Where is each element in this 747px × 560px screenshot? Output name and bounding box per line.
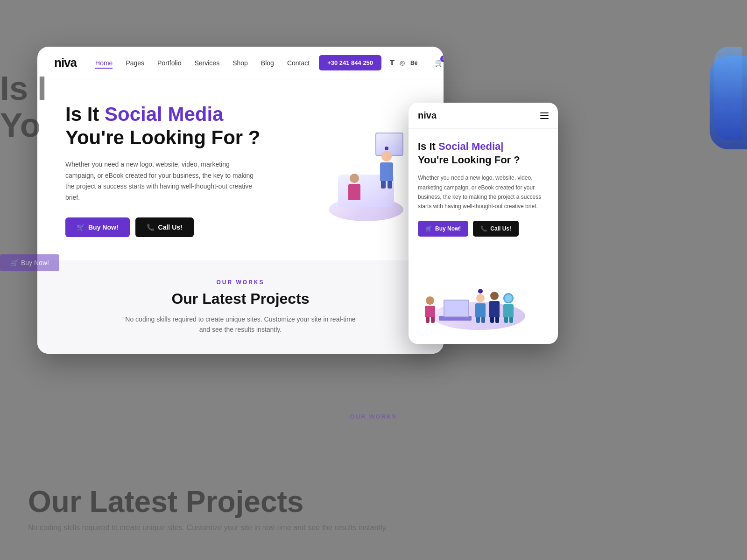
mobile-title-highlight: Social Media| xyxy=(438,140,503,152)
person1-leg-left xyxy=(381,181,386,189)
desktop-hero-section: Is It Social Media You're Looking For ? … xyxy=(37,79,444,260)
person2-head xyxy=(350,174,359,183)
nav-item-blog[interactable]: Blog xyxy=(261,59,274,67)
mp4-leg-l xyxy=(504,317,508,323)
mobile-title-part1: Is It xyxy=(418,140,438,152)
mobile-logo: niva xyxy=(418,110,437,121)
mobile-person1 xyxy=(425,296,435,323)
nav-link-contact[interactable]: Contact xyxy=(287,59,310,67)
hero-title-highlight: Social Media xyxy=(105,103,223,125)
call-us-button[interactable]: 📞 Call Us! xyxy=(135,217,194,237)
hero-title-part2: You're Looking For ? xyxy=(65,126,261,148)
person2 xyxy=(348,174,360,200)
bg-hero-title: Is I Yo xyxy=(0,70,47,144)
hero-buttons: 🛒 Buy Now! 📞 Call Us! xyxy=(65,217,315,237)
mp2-head xyxy=(476,294,485,302)
hero-content: Is It Social Media You're Looking For ? … xyxy=(65,103,315,237)
hero-title: Is It Social Media You're Looking For ? xyxy=(65,103,315,150)
nav-item-home[interactable]: Home xyxy=(95,59,113,67)
mobile-hero-title: Is It Social Media| You're Looking For ? xyxy=(418,140,549,167)
bg-bottom-section: Our Latest Projects No coding skills req… xyxy=(28,484,388,532)
mobile-iso-scene xyxy=(418,251,549,335)
mobile-desk xyxy=(439,300,472,321)
nav-link-shop[interactable]: Shop xyxy=(233,59,248,67)
nav-links-list: Home Pages Portfolio Services Shop Blog … xyxy=(95,59,310,67)
mobile-ham-line-2 xyxy=(540,115,549,116)
person1 xyxy=(380,147,393,189)
mp2-leg-l xyxy=(476,317,480,323)
mp1-body xyxy=(425,306,435,317)
mp4-legs xyxy=(504,317,513,323)
nav-link-home[interactable]: Home xyxy=(95,59,113,69)
hero-title-part1: Is It xyxy=(65,103,105,125)
twitter-icon[interactable]: 𝕋 xyxy=(390,59,394,66)
phone-button[interactable]: +30 241 844 250 xyxy=(319,55,381,70)
person1-head xyxy=(381,151,392,161)
mobile-title-part2: You're Looking For ? xyxy=(418,154,520,166)
behance-icon[interactable]: Bé xyxy=(410,60,417,66)
cart-button[interactable]: 🛒 0 xyxy=(435,58,444,67)
mobile-person2 xyxy=(475,289,486,323)
instagram-icon[interactable]: ◎ xyxy=(400,59,405,66)
mp2-hair xyxy=(478,289,483,294)
desktop-logo: niva xyxy=(54,56,77,70)
latest-projects-title: Our Latest Projects xyxy=(54,290,427,308)
nav-item-pages[interactable]: Pages xyxy=(126,59,144,67)
nav-link-blog[interactable]: Blog xyxy=(261,59,274,67)
nav-social-icons: 𝕋 ◎ Bé 🛒 0 xyxy=(390,58,444,68)
nav-link-services[interactable]: Services xyxy=(194,59,219,67)
mp4-head-hijab xyxy=(503,293,514,303)
person1-body xyxy=(380,162,393,181)
mp1-leg-l xyxy=(426,317,430,323)
buy-now-button[interactable]: 🛒 Buy Now! xyxy=(65,217,130,237)
globe-right xyxy=(714,47,742,140)
mobile-person4 xyxy=(503,293,514,323)
person1-leg-right xyxy=(388,181,392,189)
mp4-leg-r xyxy=(509,317,513,323)
mobile-hero-desc: Whether you need a new logo, website, vi… xyxy=(418,173,549,211)
our-works-section: OUR WORKS Our Latest Projects No coding … xyxy=(37,260,444,354)
mobile-hamburger-button[interactable] xyxy=(540,112,549,119)
mobile-ham-line-3 xyxy=(540,118,549,119)
nav-item-services[interactable]: Services xyxy=(194,59,219,67)
mp3-body xyxy=(489,301,500,317)
cart-icon: 🛒 xyxy=(10,259,18,266)
nav-item-shop[interactable]: Shop xyxy=(233,59,248,67)
mp3-head xyxy=(490,292,499,300)
nav-link-pages[interactable]: Pages xyxy=(126,59,144,67)
mp1-legs xyxy=(426,317,435,323)
our-works-label: OUR WORKS xyxy=(54,279,427,286)
mp2-leg-r xyxy=(481,317,485,323)
desktop-preview-card: niva Home Pages Portfolio Services Shop … xyxy=(37,47,444,354)
mobile-monitor xyxy=(444,300,469,317)
mobile-buy-button[interactable]: 🛒 Buy Now! xyxy=(418,221,468,237)
bg-our-works: OUR WORKS xyxy=(350,413,397,420)
cart-badge: 0 xyxy=(440,56,444,62)
mp1-leg-r xyxy=(431,317,435,323)
mobile-cart-icon: 🛒 xyxy=(425,225,432,232)
desktop-nav: niva Home Pages Portfolio Services Shop … xyxy=(37,47,444,79)
mobile-person3 xyxy=(489,292,500,323)
person2-body xyxy=(348,184,360,200)
nav-link-portfolio[interactable]: Portfolio xyxy=(157,59,181,67)
nav-item-portfolio[interactable]: Portfolio xyxy=(157,59,181,67)
bg-buy-button[interactable]: 🛒 Buy Now! xyxy=(0,254,59,271)
mp4-body xyxy=(503,304,514,317)
mobile-call-button[interactable]: 📞 Call Us! xyxy=(473,221,519,237)
mp3-leg-r xyxy=(495,317,499,323)
mobile-preview-card: niva Is It Social Media| You're Looking … xyxy=(409,103,558,344)
mobile-illustration xyxy=(409,246,558,335)
latest-projects-desc: No coding skills required to create uniq… xyxy=(124,314,357,335)
nav-item-contact[interactable]: Contact xyxy=(287,59,310,67)
mp1-head xyxy=(426,296,434,305)
mp2-body xyxy=(475,303,486,317)
mobile-hero: Is It Social Media| You're Looking For ?… xyxy=(409,129,558,237)
mp3-leg-l xyxy=(490,317,494,323)
mobile-ham-line-1 xyxy=(540,112,549,113)
hero-description: Whether you need a new logo, website, vi… xyxy=(65,159,261,203)
mobile-nav: niva xyxy=(409,103,558,129)
mobile-people-scene xyxy=(425,289,514,323)
phone-icon: 📞 xyxy=(147,224,155,231)
mobile-phone-icon: 📞 xyxy=(480,225,487,232)
person1-legs xyxy=(381,181,392,189)
